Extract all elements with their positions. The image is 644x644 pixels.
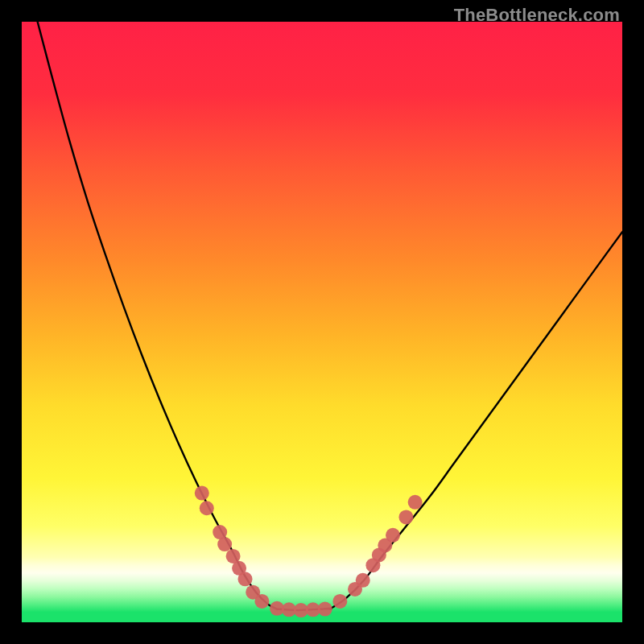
bottleneck-curve [37, 22, 622, 610]
highlight-dot [238, 572, 253, 586]
highlight-dot [398, 510, 413, 524]
highlight-dots-group [195, 486, 423, 617]
highlight-dot [254, 594, 269, 609]
highlight-dot [408, 495, 423, 510]
plot-frame [22, 22, 622, 622]
plot-svg [22, 22, 622, 622]
highlight-dot [356, 573, 370, 588]
watermark-text: TheBottleneck.com [454, 5, 620, 26]
highlight-dot [332, 594, 347, 609]
highlight-dot [195, 486, 209, 501]
highlight-dot [200, 501, 214, 515]
highlight-dot [217, 537, 232, 551]
highlight-dot [386, 528, 400, 543]
highlight-dot [318, 602, 332, 617]
